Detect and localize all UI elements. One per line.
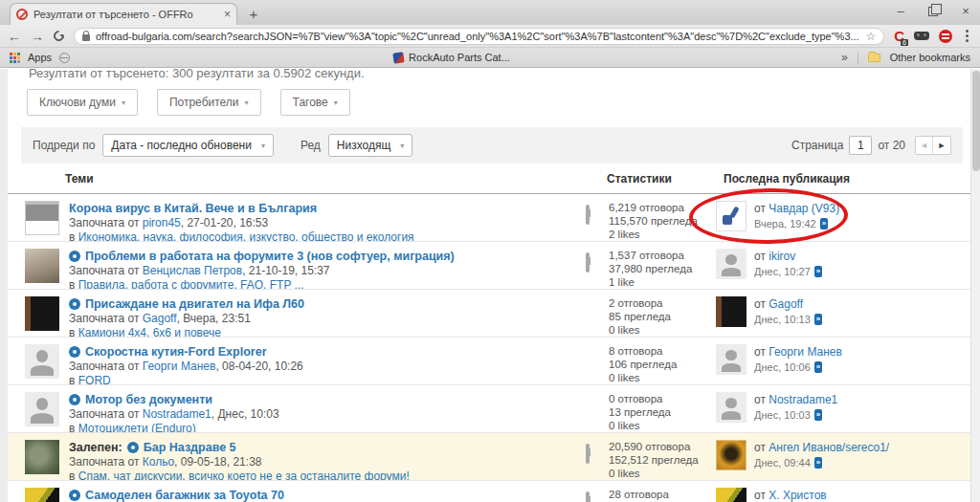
topic-stats: 2 отговора 85 прегледа 0 likes bbox=[586, 296, 716, 337]
scrollbar-thumb[interactable] bbox=[972, 71, 980, 171]
unread-icon[interactable] bbox=[127, 442, 139, 453]
new-tab-button[interactable]: + bbox=[241, 8, 266, 23]
vertical-scrollbar[interactable] bbox=[970, 69, 980, 502]
topic-title-link[interactable]: Бар Наздраве 5 bbox=[144, 440, 236, 455]
extension-colorzilla-icon[interactable]: C6 bbox=[894, 28, 904, 44]
window-restore-button[interactable] bbox=[928, 7, 938, 16]
in-label: в bbox=[69, 422, 75, 432]
topic-author-link[interactable]: Gagoff bbox=[143, 312, 177, 325]
lastpost-author-link[interactable]: Gagoff bbox=[768, 297, 803, 311]
lastpost-avatar[interactable] bbox=[716, 488, 746, 502]
filter-tags-button[interactable]: Тагове ▾ bbox=[280, 89, 350, 116]
topic-author-link[interactable]: Венцислав Петров bbox=[143, 264, 242, 277]
forum-link[interactable]: Правила, работа с форумите, FAQ, FTP ... bbox=[78, 278, 304, 289]
go-to-last-post-icon[interactable]: » bbox=[820, 218, 828, 229]
topic-stats: 8 отговора 106 прегледа 0 likes bbox=[586, 344, 716, 384]
extension-mask-icon[interactable] bbox=[914, 32, 929, 40]
topic-avatar[interactable] bbox=[25, 392, 59, 426]
address-bar[interactable]: offroad-bulgaria.com/search?searchJSON=%… bbox=[74, 28, 884, 45]
back-icon[interactable]: ← bbox=[8, 29, 21, 44]
lock-icon bbox=[82, 34, 90, 41]
forum-link[interactable]: Мотоциклети (Enduro) bbox=[78, 422, 196, 432]
next-page-button[interactable]: ► bbox=[933, 137, 950, 154]
unread-icon[interactable] bbox=[69, 346, 80, 358]
lastpost-avatar[interactable] bbox=[716, 392, 746, 423]
lastpost-author-link[interactable]: Nostradame1 bbox=[768, 393, 837, 406]
lastpost-author-link[interactable]: Георги Манев bbox=[768, 345, 842, 359]
views-count: 13 прегледа bbox=[609, 405, 671, 419]
forum-link[interactable]: Спам, чат дискусии, всичко което не е за… bbox=[78, 469, 410, 480]
other-bookmarks[interactable]: Other bookmarks bbox=[890, 52, 970, 63]
rockauto-bookmark[interactable]: RockAuto Parts Cat... bbox=[393, 52, 510, 63]
go-to-last-post-icon[interactable]: » bbox=[814, 266, 822, 277]
topic-avatar[interactable] bbox=[25, 344, 59, 379]
topic-title-link[interactable]: Самоделен багажник за Toyota 70 bbox=[85, 488, 284, 502]
unread-icon[interactable] bbox=[69, 394, 80, 405]
topic-stats: 28 отговора 1,383 прегледа 1 like bbox=[586, 488, 716, 502]
bookmark-star-icon[interactable]: ☆ bbox=[865, 30, 876, 43]
extension-adblock-icon[interactable] bbox=[939, 30, 952, 43]
go-to-last-post-icon[interactable]: » bbox=[814, 361, 822, 373]
lastpost-author-link[interactable]: Х. Христов bbox=[768, 489, 826, 502]
topic-avatar[interactable] bbox=[25, 440, 59, 474]
last-post-cell: от Gagoff Днес, 10:13 » bbox=[716, 296, 967, 337]
go-to-last-post-icon[interactable]: » bbox=[814, 457, 822, 469]
apps-bookmark[interactable]: Apps bbox=[28, 52, 52, 63]
lastpost-author-link[interactable]: Чавдар (V93) bbox=[768, 202, 839, 215]
page-number-input[interactable] bbox=[849, 136, 872, 155]
browser-menu-icon[interactable] bbox=[962, 30, 972, 42]
topic-stats: 6,219 отговора 115,570 прегледа 2 likes bbox=[586, 201, 716, 241]
column-header-lastpost: Последна публикация bbox=[716, 172, 967, 186]
go-to-last-post-icon[interactable]: » bbox=[814, 314, 822, 325]
search-filters: Ключови думи ▾ Потребители ▾ Тагове ▾ bbox=[27, 89, 970, 116]
lastpost-avatar[interactable] bbox=[716, 344, 746, 375]
sticky-label: Залепен: bbox=[69, 440, 122, 455]
forum-link[interactable]: Икономика, наука, философия, изкуство, о… bbox=[78, 230, 414, 241]
topic-avatar[interactable] bbox=[25, 201, 59, 235]
topic-avatar[interactable] bbox=[25, 488, 59, 502]
topic-title-link[interactable]: Скоростна кутия-Ford Explorer bbox=[85, 344, 267, 360]
reload-icon[interactable] bbox=[52, 29, 67, 44]
lastpost-avatar[interactable] bbox=[716, 249, 746, 279]
tab-close-icon[interactable]: × bbox=[224, 8, 231, 21]
lastpost-author-link[interactable]: ikirov bbox=[768, 250, 795, 263]
forward-icon[interactable]: → bbox=[31, 29, 44, 44]
globe-bookmark-icon[interactable] bbox=[59, 53, 70, 63]
topic-title-link[interactable]: Присаждане на двигател на Ифа Л60 bbox=[85, 296, 304, 312]
prev-page-button[interactable]: ◄ bbox=[916, 137, 933, 154]
topic-author-link[interactable]: piron45 bbox=[143, 216, 181, 229]
forum-link[interactable]: FORD bbox=[78, 374, 111, 384]
window-close-button[interactable]: × bbox=[959, 4, 972, 18]
from-label: от bbox=[754, 441, 766, 454]
forum-link[interactable]: Камиони 4x4, 6x6 и повече bbox=[78, 326, 221, 337]
lastpost-avatar[interactable] bbox=[716, 440, 746, 470]
filter-keywords-button[interactable]: Ключови думи ▾ bbox=[27, 89, 138, 116]
from-label: от bbox=[754, 202, 766, 215]
lastpost-author-link[interactable]: Ангел Иванов/sereco1/ bbox=[768, 441, 889, 454]
url-text[interactable]: offroad-bulgaria.com/search?searchJSON=%… bbox=[96, 31, 859, 42]
unread-icon[interactable] bbox=[69, 251, 80, 262]
topic-author-link[interactable]: Георги Манев bbox=[143, 360, 216, 373]
apps-grid-icon[interactable] bbox=[10, 53, 20, 63]
topic-author-link[interactable]: Кольо bbox=[143, 455, 174, 469]
filter-users-button[interactable]: Потребители ▾ bbox=[157, 89, 261, 116]
browser-tab[interactable]: Резултати от търсенето - OFFRo × bbox=[10, 3, 237, 25]
topic-title-link[interactable]: Мотор без документи bbox=[85, 392, 212, 407]
order-select[interactable]: Низходящ ▾ bbox=[328, 134, 413, 157]
window-minimize-button[interactable]: – bbox=[894, 4, 907, 18]
lastpost-avatar[interactable] bbox=[716, 201, 746, 231]
lastpost-avatar[interactable] bbox=[716, 296, 746, 327]
topic-title-link[interactable]: Проблеми в работата на форумите 3 (нов с… bbox=[85, 249, 455, 264]
tab-title: Резултати от търсенето - OFFRo bbox=[33, 9, 218, 20]
bookmarks-overflow-icon[interactable]: » bbox=[841, 51, 848, 64]
topic-title-link[interactable]: Корона вирус в Китай. Вече и в България bbox=[69, 201, 317, 216]
go-to-last-post-icon[interactable]: » bbox=[814, 409, 822, 421]
sort-by-select[interactable]: Дата - последно обновени ▾ bbox=[102, 134, 274, 157]
unread-icon[interactable] bbox=[69, 298, 80, 310]
in-label: в bbox=[69, 278, 75, 289]
likes-count: 1 like bbox=[609, 275, 692, 289]
topic-author-link[interactable]: Nostradame1 bbox=[143, 407, 212, 421]
unread-icon[interactable] bbox=[69, 490, 80, 501]
topic-avatar[interactable] bbox=[25, 296, 59, 331]
topic-avatar[interactable] bbox=[25, 249, 59, 283]
